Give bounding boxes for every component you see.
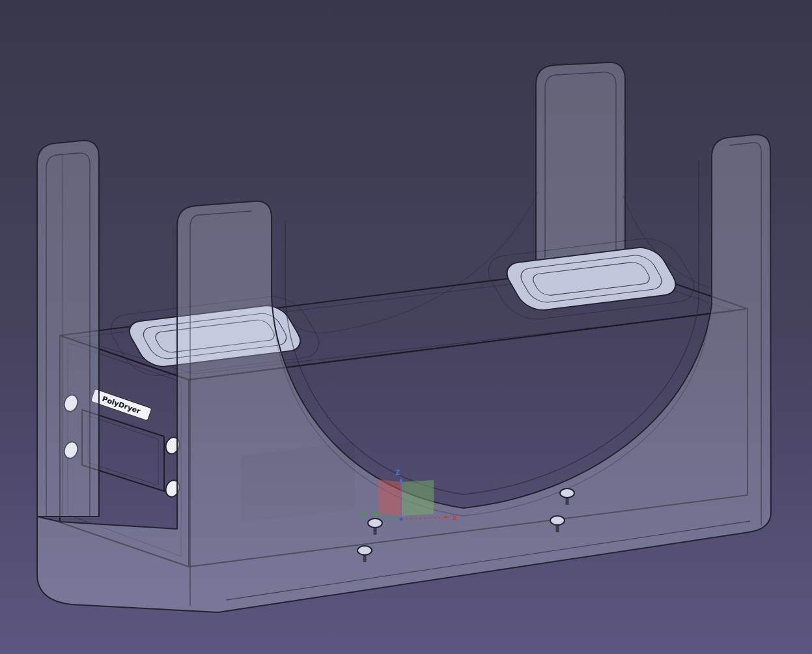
origin-plane-xz[interactable] [378, 479, 402, 516]
bracket-arm-back-body[interactable] [536, 63, 625, 281]
axis-y-label: Y [361, 511, 367, 519]
origin-point[interactable] [400, 518, 403, 521]
origin-plane-yz[interactable] [402, 480, 434, 516]
cad-viewport-3d[interactable]: PolyDryer [0, 0, 812, 654]
axis-x-label: X [453, 515, 458, 522]
bracket-arm-back[interactable] [536, 63, 625, 281]
axis-z-label: Z [395, 469, 400, 476]
